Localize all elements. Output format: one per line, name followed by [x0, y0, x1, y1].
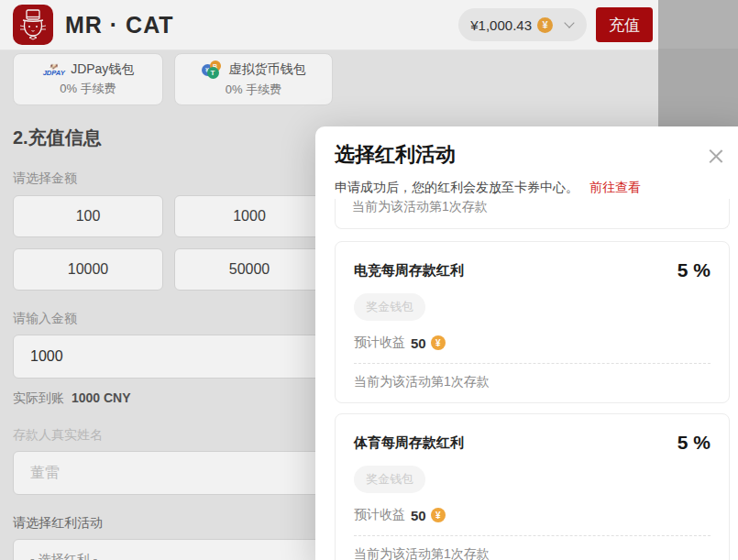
bonus-wallet-tag: 奖金钱包	[354, 466, 425, 493]
payment-method-row: 🐶JDPAY JDPay钱包 0% 手续费 ¥BT 虚拟货币钱包 0% 手续费	[13, 53, 645, 105]
close-icon[interactable]	[709, 148, 723, 163]
bonus-modal: 选择红利活动 申请成功后，您的红利会发放至卡券中心。前往查看 当前为该活动第1次…	[315, 126, 738, 560]
balance-dropdown[interactable]: ¥1,000.43 ¥	[458, 8, 587, 41]
amount-option[interactable]: 1000	[174, 195, 325, 237]
go-view-link[interactable]: 前往查看	[589, 180, 641, 194]
amount-option[interactable]: 10000	[13, 248, 163, 291]
payment-method-crypto[interactable]: ¥BT 虚拟货币钱包 0% 手续费	[174, 53, 333, 105]
payment-method-name: JDPay钱包	[71, 61, 134, 78]
jdpay-icon: 🐶JDPAY	[42, 63, 64, 76]
expected-profit-label: 预计收益	[354, 507, 405, 523]
crypto-coins-icon: ¥BT	[202, 60, 224, 79]
payment-method-jdpay[interactable]: 🐶JDPAY JDPay钱包 0% 手续费	[13, 53, 163, 105]
bonus-card-rate: 5 %	[677, 432, 710, 454]
expected-profit-line: 预计收益 50 ¥	[354, 507, 710, 523]
bonus-card-title: 体育每周存款红利	[354, 434, 464, 452]
expected-profit-line: 预计收益 50 ¥	[354, 335, 710, 351]
bonus-card-note: 当前为该活动第1次存款	[354, 374, 710, 390]
bonus-card-partial[interactable]: 当前为该活动第1次存款	[335, 199, 730, 229]
actual-amount-label: 实际到账	[13, 390, 64, 405]
payment-method-fee: 0% 手续费	[60, 81, 116, 97]
coin-icon: ¥	[537, 17, 553, 33]
payment-method-name: 虚拟货币钱包	[229, 61, 306, 78]
modal-subtitle: 申请成功后，您的红利会发放至卡券中心。	[335, 180, 578, 194]
amount-option[interactable]: 100	[13, 195, 163, 237]
expected-profit-value: 50	[411, 508, 426, 523]
mrcat-logo-icon[interactable]	[13, 5, 53, 45]
modal-subtitle-line: 申请成功后，您的红利会发放至卡券中心。前往查看	[335, 180, 730, 196]
amount-options: 100 1000 10000 50000	[13, 195, 325, 291]
coin-icon: ¥	[431, 508, 446, 522]
bonus-card-rate: 5 %	[677, 259, 710, 281]
expected-profit-label: 预计收益	[354, 335, 405, 351]
site-header: MR · CAT ¥1,000.43 ¥ 充值	[0, 0, 658, 50]
dashed-divider	[354, 363, 710, 364]
bonus-wallet-tag: 奖金钱包	[354, 293, 425, 321]
actual-amount-value: 1000 CNY	[72, 390, 131, 405]
bonus-list[interactable]: 当前为该活动第1次存款 电竞每周存款红利 5 % 奖金钱包 预计收益 50 ¥ …	[335, 199, 730, 560]
deposit-button[interactable]: 充值	[596, 7, 653, 42]
balance-amount: ¥1,000.43	[470, 17, 532, 33]
amount-option[interactable]: 50000	[174, 248, 325, 291]
chevron-down-icon	[564, 17, 574, 27]
bonus-select-placeholder: - 选择红利 -	[30, 552, 97, 560]
bonus-card-esports[interactable]: 电竞每周存款红利 5 % 奖金钱包 预计收益 50 ¥ 当前为该活动第1次存款	[335, 241, 730, 403]
bonus-card-note: 当前为该活动第1次存款	[354, 546, 710, 560]
dashed-divider	[354, 535, 710, 536]
payment-method-fee: 0% 手续费	[226, 82, 281, 98]
modal-title: 选择红利活动	[335, 141, 730, 169]
bonus-card-sports[interactable]: 体育每周存款红利 5 % 奖金钱包 预计收益 50 ¥ 当前为该活动第1次存款	[335, 413, 730, 560]
bonus-card-title: 电竞每周存款红利	[354, 262, 464, 280]
coin-icon: ¥	[431, 335, 446, 350]
brand-name: MR · CAT	[65, 12, 174, 38]
bonus-card-note: 当前为该活动第1次存款	[352, 199, 488, 214]
expected-profit-value: 50	[411, 335, 426, 351]
